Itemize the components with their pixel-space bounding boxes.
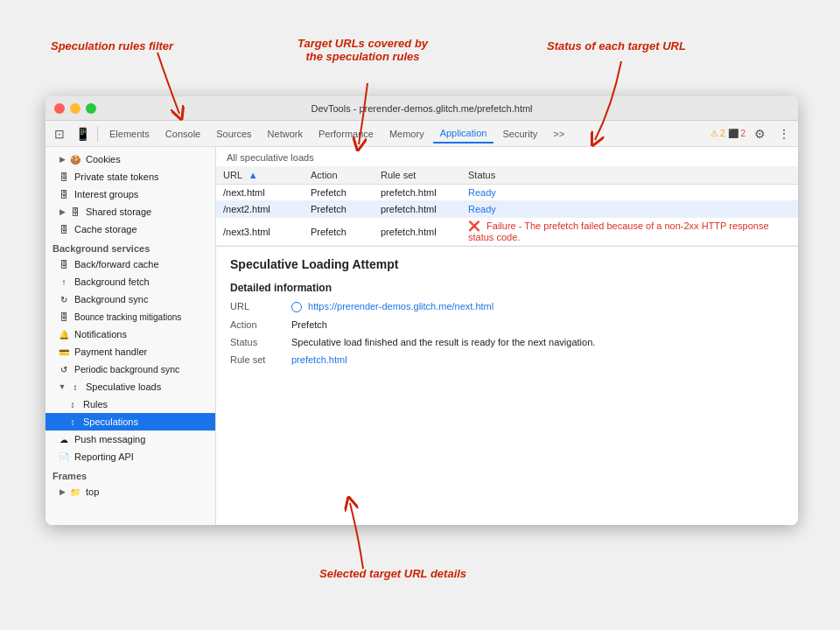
- maximize-button[interactable]: [86, 103, 96, 114]
- table-row[interactable]: /next.html Prefetch prefetch.html Ready: [216, 185, 798, 201]
- sidebar-item-push-messaging[interactable]: ☁ Push messaging: [46, 430, 215, 448]
- cell-ruleset: prefetch.html: [374, 201, 461, 218]
- sidebar-item-cache-storage[interactable]: 🗄 Cache storage: [46, 220, 215, 238]
- col-header-url[interactable]: URL ▲: [216, 166, 304, 185]
- cell-ruleset: prefetch.html: [374, 185, 461, 201]
- sidebar-item-label: Interest groups: [74, 189, 138, 200]
- expand-icon: ▶: [58, 487, 66, 496]
- reporting-icon: 📄: [58, 451, 70, 463]
- titlebar: DevTools - prerender-demos.glitch.me/pre…: [46, 96, 798, 121]
- cache-icon: 🗄: [58, 223, 70, 235]
- sidebar-item-label: Payment handler: [74, 346, 147, 357]
- sidebar-item-notifications[interactable]: 🔔 Notifications: [46, 326, 215, 343]
- tab-sources[interactable]: Sources: [209, 125, 258, 143]
- detail-label-status: Status: [230, 337, 291, 347]
- cell-url: /next2.html: [216, 201, 304, 218]
- sidebar-item-label: Background sync: [74, 294, 148, 304]
- cell-url: /next3.html: [216, 218, 304, 246]
- sidebar-item-label: Push messaging: [74, 434, 145, 444]
- table-row[interactable]: /next3.html Prefetch prefetch.html ❌ Fai…: [216, 218, 798, 246]
- url-link[interactable]: https://prerender-demos.glitch.me/next.h…: [308, 301, 494, 312]
- col-header-ruleset[interactable]: Rule set: [374, 166, 461, 185]
- sidebar-item-rules[interactable]: ↕ Rules: [46, 396, 215, 413]
- cell-action: Prefetch: [304, 218, 374, 246]
- tab-performance[interactable]: Performance: [312, 125, 381, 143]
- push-icon: ☁: [58, 433, 70, 445]
- sidebar-item-shared-storage[interactable]: ▶ 🗄 Shared storage: [46, 203, 215, 220]
- back-forward-icon: 🗄: [58, 258, 70, 270]
- sidebar-item-label: Private state tokens: [74, 172, 159, 182]
- sidebar-item-label: Cookies: [86, 154, 121, 164]
- sidebar-item-periodic-bg-sync[interactable]: ↺ Periodic background sync: [46, 360, 215, 378]
- cell-ruleset: prefetch.html: [374, 218, 461, 246]
- speculations-icon: ↕: [66, 416, 79, 428]
- sidebar-item-speculations[interactable]: ↕ Speculations: [46, 413, 215, 430]
- annotation-status: Status of each target URL: [547, 39, 686, 52]
- sidebar-item-bg-fetch[interactable]: ↑ Background fetch: [46, 273, 215, 290]
- warn-badge: ⚠ 2: [710, 129, 725, 138]
- sidebar-item-back-forward[interactable]: 🗄 Back/forward cache: [46, 256, 215, 273]
- tab-more[interactable]: >>: [546, 125, 571, 143]
- periodic-icon: ↺: [58, 363, 70, 375]
- sidebar-item-private-state[interactable]: 🗄 Private state tokens: [46, 168, 215, 186]
- sidebar-item-bounce-tracking[interactable]: 🗄 Bounce tracking mitigations: [46, 308, 215, 326]
- toolbar-divider-1: [97, 126, 98, 142]
- detail-section-title: Detailed information: [230, 282, 784, 294]
- toolbar-right: ⚠ 2 ⬛ 2 ⚙ ⋮: [710, 123, 794, 144]
- sidebar-item-payment[interactable]: 💳 Payment handler: [46, 343, 215, 360]
- cell-action: Prefetch: [304, 201, 374, 218]
- rules-icon: ↕: [66, 398, 79, 410]
- detail-title: Speculative Loading Attempt: [230, 257, 784, 271]
- tab-memory[interactable]: Memory: [382, 125, 431, 143]
- speculative-loads-table-area: All speculative loads URL ▲ Action: [216, 147, 798, 247]
- col-header-action[interactable]: Action: [304, 166, 374, 185]
- sidebar-item-label: top: [86, 486, 99, 497]
- all-speculative-loads-label: All speculative loads: [216, 147, 798, 166]
- sidebar-item-label: Speculations: [83, 416, 138, 427]
- detail-value-status: Speculative load finished and the result…: [291, 337, 784, 347]
- bounce-icon: 🗄: [58, 311, 70, 323]
- top-frame-icon: 📁: [69, 486, 81, 498]
- sidebar-item-cookies[interactable]: ▶ 🍪 Cookies: [46, 150, 215, 168]
- tab-console[interactable]: Console: [158, 125, 207, 143]
- bg-sync-icon: ↻: [58, 293, 70, 305]
- col-header-status[interactable]: Status: [461, 166, 798, 185]
- table-row[interactable]: /next2.html Prefetch prefetch.html Ready: [216, 201, 798, 218]
- device-icon[interactable]: 📱: [72, 123, 93, 144]
- tab-network[interactable]: Network: [261, 125, 310, 143]
- speculative-icon: ↕: [69, 381, 81, 393]
- more-icon[interactable]: ⋮: [774, 123, 794, 144]
- detail-row-status: Status Speculative load finished and the…: [230, 337, 784, 347]
- sidebar-item-bg-sync[interactable]: ↻ Background sync: [46, 290, 215, 308]
- ruleset-link[interactable]: prefetch.html: [291, 354, 347, 365]
- inspect-icon[interactable]: ⊡: [49, 123, 70, 144]
- cell-action: Prefetch: [304, 185, 374, 201]
- detail-row-action: Action Prefetch: [230, 319, 784, 330]
- interest-icon: 🗄: [58, 188, 70, 200]
- settings-icon[interactable]: ⚙: [749, 123, 770, 144]
- sidebar-item-label: Rules: [83, 399, 108, 410]
- expand-icon: ▼: [58, 382, 66, 391]
- sidebar-item-frames-top[interactable]: ▶ 📁 top: [46, 483, 215, 500]
- sidebar-item-interest-groups[interactable]: 🗄 Interest groups: [46, 186, 215, 203]
- close-button[interactable]: [54, 103, 65, 114]
- annotation-selected-details: Selected target URL details: [319, 567, 466, 580]
- sidebar-item-label: Notifications: [74, 329, 127, 340]
- sidebar: ▶ 🍪 Cookies 🗄 Private state tokens 🗄 Int…: [46, 147, 216, 525]
- cookies-icon: 🍪: [69, 153, 81, 165]
- minimize-button[interactable]: [70, 103, 80, 114]
- sidebar-item-reporting-api[interactable]: 📄 Reporting API: [46, 448, 215, 466]
- tab-elements[interactable]: Elements: [102, 125, 157, 143]
- globe-icon: [291, 302, 302, 312]
- sidebar-item-speculative-loads[interactable]: ▼ ↕ Speculative loads: [46, 378, 215, 396]
- notif-icon: 🔔: [58, 328, 70, 340]
- background-services-header: Background services: [46, 238, 215, 256]
- tab-security[interactable]: Security: [495, 125, 544, 143]
- cell-status: Ready: [461, 201, 798, 218]
- private-state-icon: 🗄: [58, 171, 70, 183]
- sidebar-item-label: Reporting API: [74, 452, 134, 462]
- expand-icon: ▶: [58, 207, 66, 216]
- annotation-speculation-rules-filter: Speculation rules filter: [51, 39, 173, 52]
- tab-application[interactable]: Application: [433, 124, 494, 144]
- expand-icon: ▶: [58, 155, 66, 164]
